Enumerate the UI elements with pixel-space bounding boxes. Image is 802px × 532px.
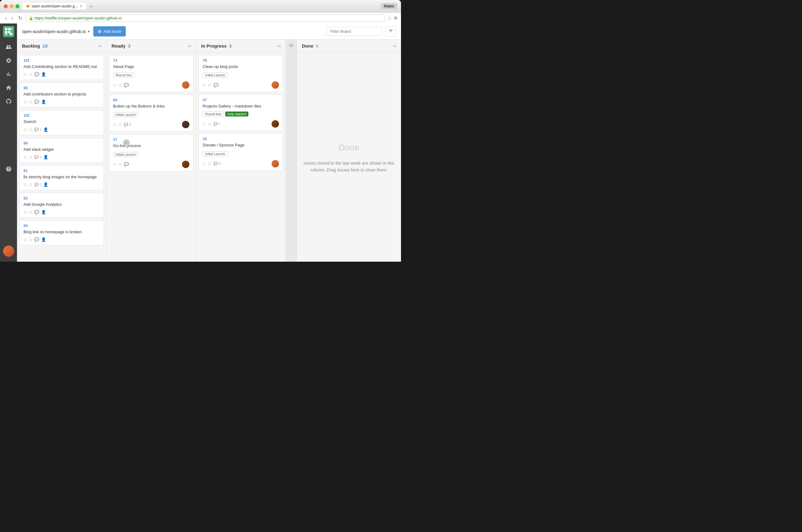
tag-initial-launch: Initial Launch	[113, 112, 138, 117]
comment-icon: 💬	[124, 83, 129, 88]
done-empty-title: Done	[339, 141, 359, 155]
close-button[interactable]	[4, 4, 8, 8]
ready-column: Ready 3 ⇔ 73 About Page Round two ⊙	[107, 40, 196, 262]
card-78[interactable]: 78 Clean up blog posts Initial Launch ⊙ …	[199, 55, 283, 92]
github-icon: ⊙	[23, 182, 27, 187]
card-99[interactable]: 99 Add slack widget ⊙ ⚖ 💬 3 👤	[19, 138, 104, 163]
backlog-title: Backlog 18	[22, 43, 47, 49]
github-icon: ⊙	[23, 127, 27, 132]
scale-icon: ⚖	[29, 155, 33, 159]
card-47[interactable]: 47 Projects Gallery - markdown files Rou…	[199, 95, 283, 131]
comment-count: 💬 3	[124, 122, 131, 127]
backlog-column: Backlog 18 ⇔ 101 Add Contributing sectio…	[17, 40, 107, 262]
collapse-done-icon[interactable]	[289, 43, 294, 48]
card-101[interactable]: 101 Add Contributing section to README.m…	[19, 55, 104, 80]
assign-icon: 👤	[43, 182, 48, 187]
traffic-lights	[4, 4, 19, 8]
kanban-board: Backlog 18 ⇔ 101 Add Contributing sectio…	[17, 40, 401, 262]
tab-close-icon[interactable]: ✕	[80, 4, 82, 8]
github-icon: ⊙	[113, 162, 116, 167]
svg-rect-7	[10, 33, 12, 35]
card-avatar	[271, 120, 279, 128]
add-issue-button[interactable]: ⊕ Add Issue	[93, 26, 126, 36]
done-column: Done 0 ⇔ Done Issues closed in the last …	[297, 40, 401, 262]
sidebar-item-settings[interactable]	[2, 54, 15, 67]
svg-rect-6	[5, 33, 7, 35]
done-body: Done Issues closed in the last week are …	[297, 53, 401, 262]
url-bar[interactable]: 🔒 https://waffle.io/open-austin/open-aus…	[26, 15, 385, 22]
scale-icon: ⚖	[118, 122, 122, 127]
tab-bar: 🧇 open-austin/open-austin.g... ✕ +	[22, 2, 379, 10]
assign-icon: 👤	[41, 99, 46, 104]
in-progress-header: In Progress 3 ⇔	[196, 40, 285, 53]
card-73[interactable]: 73 About Page Round two ⊙ ⚖ 💬	[109, 55, 193, 92]
filter-board-input[interactable]	[326, 27, 382, 36]
card-37[interactable]: 37 Go-live process Initial Launch ⊙ ⚖ 💬	[109, 134, 193, 171]
tag-initial-launch: Initial Launch	[203, 151, 228, 156]
in-progress-body: 78 Clean up blog posts Initial Launch ⊙ …	[196, 53, 285, 262]
browser-menu-icon[interactable]: ≡	[394, 15, 397, 21]
card-102[interactable]: 102 Search ⊙ ⚖ 💬 1 👤	[19, 110, 104, 135]
minimize-button[interactable]	[9, 4, 14, 8]
card-60[interactable]: 60 Button up the Buttons & links Initial…	[109, 95, 193, 132]
backlog-body: 101 Add Contributing section to README.m…	[17, 53, 106, 262]
waffle-logo[interactable]	[3, 26, 14, 37]
comment-count: 💬 2	[34, 183, 41, 187]
comment-count: 💬 3	[34, 155, 41, 159]
sidebar-item-analytics[interactable]	[2, 68, 15, 80]
sidebar-item-home[interactable]	[2, 81, 15, 94]
scale-icon: ⚖	[29, 237, 33, 242]
fullscreen-button[interactable]	[16, 4, 19, 8]
sidebar-item-help[interactable]	[2, 163, 15, 175]
assign-icon: 👤	[43, 127, 48, 132]
sidebar	[0, 23, 17, 262]
scale-icon: ⚖	[208, 122, 212, 126]
card-34[interactable]: 34 Donate / Sponsor Page Initial Launch …	[199, 133, 283, 171]
scale-icon: ⚖	[29, 127, 33, 132]
card-84[interactable]: 84 Blog link on homepage is broken ⊙ ⚖ 💬…	[19, 220, 104, 245]
active-tab[interactable]: 🧇 open-austin/open-austin.g... ✕	[22, 3, 86, 10]
project-dropdown-icon: ▾	[88, 30, 90, 34]
sidebar-item-team[interactable]	[2, 41, 15, 53]
title-bar: 🧇 open-austin/open-austin.g... ✕ + Mateo	[0, 0, 401, 12]
github-icon: ⊙	[23, 155, 27, 159]
svg-rect-1	[5, 28, 7, 30]
done-expand-icon[interactable]: ⇔	[393, 43, 396, 49]
card-83[interactable]: 83 Add Google Analytics ⊙ ⚖ 💬 👤	[19, 193, 104, 218]
comment-icon: 💬	[124, 162, 129, 167]
filter-button[interactable]	[385, 26, 396, 36]
backlog-expand-icon[interactable]: ⇔	[98, 43, 101, 49]
ready-body: 73 About Page Round two ⊙ ⚖ 💬	[107, 53, 196, 262]
forward-button[interactable]: ›	[10, 15, 14, 22]
ready-expand-icon[interactable]: ⇔	[188, 43, 191, 49]
card-avatar	[271, 160, 279, 168]
card-98[interactable]: 98 Add contributors section to projects …	[19, 82, 104, 108]
new-tab-button[interactable]: +	[88, 2, 95, 10]
done-empty-text: Issues closed in the last week are shown…	[303, 160, 395, 174]
user-menu-button[interactable]: Mateo	[381, 3, 397, 9]
tag-initial-launch: Initial Launch	[203, 73, 228, 78]
card-81[interactable]: 81 fix strechy blog images on the homepa…	[19, 165, 104, 190]
collapse-sidebar-button[interactable]: ›	[123, 139, 130, 146]
address-bar: ‹ › ↻ 🔒 https://waffle.io/open-austin/op…	[0, 12, 401, 23]
done-title: Done 0	[302, 43, 319, 49]
github-icon: ⊙	[23, 99, 27, 104]
add-icon: ⊕	[98, 28, 102, 34]
top-bar: open-austin/open-austin.github.io ▾ ⊕ Ad…	[17, 23, 401, 40]
refresh-button[interactable]: ↻	[17, 15, 23, 22]
scale-icon: ⚖	[29, 210, 33, 214]
in-progress-title: In Progress 3	[201, 43, 232, 49]
bookmark-icon[interactable]: ☆	[387, 15, 392, 21]
back-button[interactable]: ‹	[4, 15, 8, 22]
tag-help-wanted: help wanted	[225, 112, 248, 116]
svg-rect-5	[10, 28, 12, 30]
in-progress-expand-icon[interactable]: ⇔	[278, 43, 281, 49]
ready-title: Ready 3	[112, 43, 130, 49]
project-selector[interactable]: open-austin/open-austin.github.io ▾	[22, 29, 90, 34]
comment-icon: 💬	[213, 83, 218, 88]
ssl-lock-icon: 🔒	[29, 16, 33, 20]
sidebar-item-github[interactable]	[2, 95, 15, 108]
scale-icon: ⚖	[208, 161, 212, 166]
scale-icon: ⚖	[29, 182, 33, 187]
user-avatar[interactable]	[3, 246, 14, 257]
